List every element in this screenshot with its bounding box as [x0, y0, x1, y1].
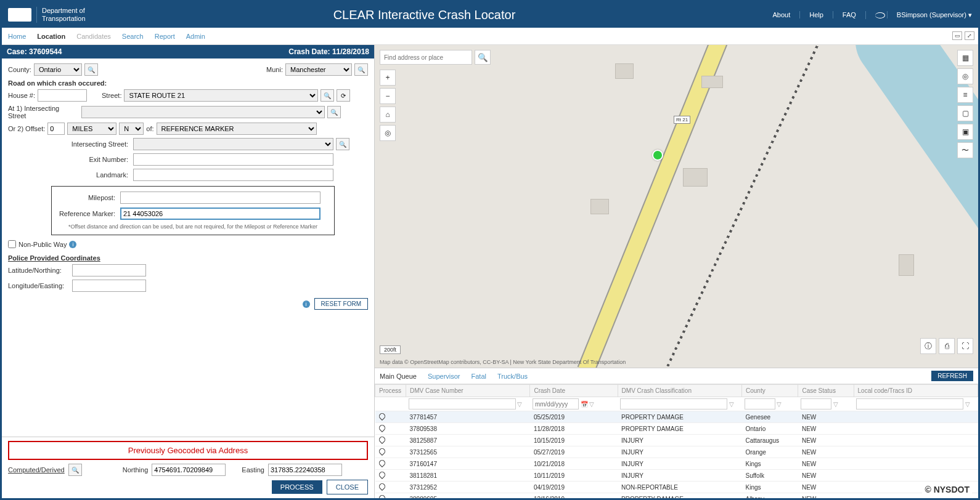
table-row[interactable]: 37312952 04/19/2019 NON-REPORTABLE Kings…	[375, 482, 978, 493]
filter-icon[interactable]: ▽	[729, 401, 734, 408]
tab-supervisor[interactable]: Supervisor	[428, 373, 460, 380]
tab-main-queue[interactable]: Main Queue	[380, 373, 417, 380]
filter-local[interactable]	[856, 398, 963, 409]
zoom-out-icon[interactable]: −	[380, 88, 396, 104]
county-search-icon[interactable]: 🔍	[84, 63, 98, 76]
crash-marker-icon[interactable]	[652, 150, 663, 161]
county-select[interactable]: Ontario	[34, 63, 82, 76]
lat-input[interactable]	[72, 264, 146, 276]
filter-icon[interactable]: ▽	[777, 401, 782, 408]
nav-faq[interactable]: FAQ	[833, 11, 856, 18]
street-action-icon[interactable]: ⟳	[337, 89, 350, 102]
filter-status[interactable]	[801, 398, 831, 409]
intersecting-street-1[interactable]	[81, 106, 325, 118]
col-local[interactable]: Local code/Tracs ID	[854, 385, 978, 397]
exit-input[interactable]	[133, 153, 333, 166]
nonpublic-checkbox[interactable]	[8, 240, 16, 248]
int1-search-icon[interactable]: 🔍	[327, 106, 341, 118]
pin-icon[interactable]	[377, 482, 386, 491]
lon-input[interactable]	[72, 280, 146, 292]
col-class[interactable]: DMV Crash Classification	[618, 385, 741, 397]
street-search-icon[interactable]: 🔍	[321, 89, 334, 102]
layers-icon[interactable]: ◎	[957, 68, 973, 84]
pin-icon[interactable]	[377, 412, 386, 421]
bookmark-icon[interactable]: ▢	[957, 105, 973, 121]
col-status[interactable]: Case Status	[798, 385, 854, 397]
col-county[interactable]: County	[742, 385, 798, 397]
info-tool-icon[interactable]: ⓘ	[920, 338, 936, 354]
reset-form-button[interactable]: RESET FORM	[314, 298, 368, 310]
tab-home[interactable]: Home	[8, 33, 26, 40]
col-process[interactable]: Process	[375, 385, 406, 397]
pin-icon[interactable]	[377, 459, 386, 467]
measure-icon[interactable]: ▣	[957, 124, 973, 140]
panel-toggle-icon[interactable]: ▭	[952, 31, 962, 40]
expand-icon[interactable]: ⤢	[965, 31, 974, 40]
basemap-icon[interactable]: ▦	[957, 50, 973, 66]
milepost-input[interactable]	[120, 192, 321, 204]
chart-icon[interactable]: 〜	[957, 142, 973, 158]
tab-search[interactable]: Search	[122, 33, 144, 40]
pin-icon[interactable]	[377, 435, 386, 444]
house-input[interactable]	[38, 89, 87, 102]
filter-case[interactable]	[409, 398, 516, 409]
filter-class[interactable]	[620, 398, 727, 409]
muni-search-icon[interactable]: 🔍	[354, 63, 368, 76]
filter-icon[interactable]: ▽	[833, 401, 838, 408]
int2-search-icon[interactable]: 🔍	[336, 138, 349, 150]
easting-input[interactable]	[268, 464, 342, 476]
of-select[interactable]: REFERENCE MARKER	[157, 123, 317, 135]
filter-county[interactable]	[745, 398, 775, 409]
tab-truckbus[interactable]: Truck/Bus	[497, 373, 528, 380]
nav-about[interactable]: About	[763, 11, 790, 18]
muni-select[interactable]: Manchester	[285, 63, 352, 76]
map-search-input[interactable]	[380, 50, 472, 65]
tab-report[interactable]: Report	[155, 33, 175, 40]
fullscreen-icon[interactable]: ⛶	[957, 338, 973, 354]
tab-location[interactable]: Location	[37, 33, 65, 40]
col-case[interactable]: DMV Case Number	[406, 385, 530, 397]
nav-user[interactable]: BSimpson (Supervisor) ▾	[865, 11, 972, 19]
offset-unit-select[interactable]: MILES	[67, 123, 116, 135]
refmarker-input[interactable]	[120, 208, 321, 220]
filter-icon[interactable]: ▽	[965, 401, 970, 408]
home-extent-icon[interactable]: ⌂	[380, 107, 396, 123]
pin-icon[interactable]	[377, 424, 386, 432]
street-select[interactable]: STATE ROUTE 21	[124, 89, 318, 102]
info-icon[interactable]: i	[69, 241, 76, 248]
nav-help[interactable]: Help	[799, 11, 823, 18]
pin-icon[interactable]	[377, 447, 386, 456]
intersecting-street-2[interactable]	[133, 138, 333, 150]
computed-search-icon[interactable]: 🔍	[68, 464, 82, 476]
tab-candidates[interactable]: Candidates	[76, 33, 111, 40]
tab-fatal[interactable]: Fatal	[472, 373, 486, 380]
table-row[interactable]: 37160147 10/21/2018 INJURY Kings NEW	[375, 458, 978, 470]
close-button[interactable]: CLOSE	[327, 480, 368, 494]
table-row[interactable]: 38125887 10/15/2019 INJURY Cattaraugus N…	[375, 435, 978, 446]
pin-icon[interactable]	[377, 470, 386, 479]
table-row[interactable]: 37312565 05/27/2019 INJURY Orange NEW	[375, 446, 978, 458]
table-row[interactable]: 38089605 12/16/2019 PROPERTY DAMAGE Alba…	[375, 493, 978, 499]
filter-icon[interactable]: ▽	[517, 401, 522, 408]
table-row[interactable]: 38118281 10/11/2019 INJURY Suffolk NEW	[375, 470, 978, 482]
offset-dir-select[interactable]: N	[119, 123, 144, 135]
legend-icon[interactable]: ≡	[957, 87, 973, 103]
reset-info-icon[interactable]: i	[303, 300, 310, 308]
print-icon[interactable]: ⎙	[939, 338, 955, 354]
table-row[interactable]: 37781457 05/25/2019 PROPERTY DAMAGE Gene…	[375, 411, 978, 423]
northing-input[interactable]	[152, 464, 226, 476]
offset-value-input[interactable]	[47, 123, 65, 135]
map[interactable]: Rt 21 🔍 + − ⌂ ◎ ▦ ◎ ≡ ▢ ▣ 〜 ⓘ ⎙	[375, 45, 978, 368]
tab-admin[interactable]: Admin	[186, 33, 205, 40]
landmark-input[interactable]	[133, 169, 333, 181]
locate-icon[interactable]: ◎	[380, 125, 396, 141]
map-search-button[interactable]: 🔍	[475, 50, 491, 65]
process-button[interactable]: PROCESS	[272, 480, 322, 494]
zoom-in-icon[interactable]: +	[380, 70, 396, 86]
pin-icon[interactable]	[377, 494, 386, 498]
filter-icon[interactable]: ▽	[589, 401, 594, 408]
table-row[interactable]: 37809538 11/28/2018 PROPERTY DAMAGE Onta…	[375, 423, 978, 435]
filter-date[interactable]	[533, 398, 579, 409]
col-date[interactable]: Crash Date	[530, 385, 618, 397]
refresh-button[interactable]: REFRESH	[931, 371, 973, 381]
